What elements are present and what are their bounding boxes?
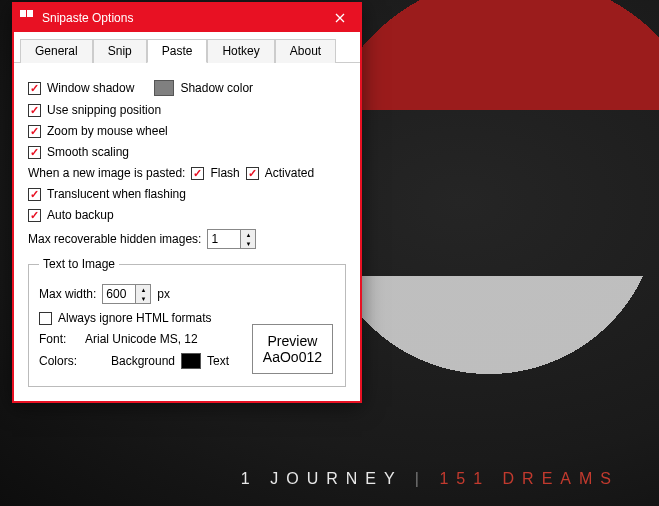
spin-up-icon[interactable]: ▲ [136,285,150,294]
legend-text-to-image: Text to Image [39,257,119,271]
checkbox-translucent[interactable] [28,188,41,201]
tagline-part1: 1 JOURNEY [241,470,403,487]
spin-down-icon[interactable]: ▼ [136,294,150,303]
label-zoom-mouse-wheel: Zoom by mouse wheel [47,124,168,138]
label-max-width: Max width: [39,287,96,301]
text-color-swatch[interactable] [181,353,201,369]
label-shadow-color: Shadow color [180,81,253,95]
max-recoverable-stepper[interactable]: ▲ ▼ [207,229,256,249]
max-width-stepper[interactable]: ▲ ▼ [102,284,151,304]
tab-snip[interactable]: Snip [93,39,147,63]
label-translucent: Translucent when flashing [47,187,186,201]
label-window-shadow: Window shadow [47,81,134,95]
checkbox-zoom-mouse-wheel[interactable] [28,125,41,138]
text-color-button[interactable]: Text [207,354,229,368]
font-value[interactable]: Arial Unicode MS, 12 [85,332,198,346]
label-when-pasted: When a new image is pasted: [28,166,185,180]
checkbox-auto-backup[interactable] [28,209,41,222]
checkbox-window-shadow[interactable] [28,82,41,95]
label-flash: Flash [210,166,239,180]
tab-general[interactable]: General [20,39,93,63]
label-activated: Activated [265,166,314,180]
checkbox-activated[interactable] [246,167,259,180]
wallpaper-art-bottom [329,180,649,420]
font-preview-box: Preview AaOo012 [252,324,333,374]
label-font: Font: [39,332,79,346]
tagline-sep: | [402,470,439,487]
preview-line2: AaOo012 [263,349,322,365]
max-width-input[interactable] [103,285,135,303]
options-window: Snipaste Options General Snip Paste Hotk… [12,2,362,403]
max-recoverable-input[interactable] [208,230,240,248]
shadow-color-swatch[interactable] [154,80,174,96]
checkbox-smooth-scaling[interactable] [28,146,41,159]
label-colors: Colors: [39,354,79,368]
tab-paste[interactable]: Paste [147,39,208,63]
label-px: px [157,287,170,301]
group-text-to-image: Text to Image Max width: ▲ ▼ px Always i… [28,257,346,387]
checkbox-ignore-html[interactable] [39,312,52,325]
titlebar[interactable]: Snipaste Options [14,4,360,32]
spin-up-icon[interactable]: ▲ [241,230,255,239]
tab-hotkey[interactable]: Hotkey [207,39,274,63]
label-ignore-html: Always ignore HTML formats [58,311,212,325]
label-use-snipping-position: Use snipping position [47,103,161,117]
tagline-part2: 151 DREAMS [439,470,619,487]
checkbox-use-snipping-position[interactable] [28,104,41,117]
label-auto-backup: Auto backup [47,208,114,222]
label-smooth-scaling: Smooth scaling [47,145,129,159]
tab-about[interactable]: About [275,39,336,63]
preview-line1: Preview [263,333,322,349]
wallpaper-tagline: 1 JOURNEY | 151 DREAMS [241,470,619,488]
background-color-button[interactable]: Background [111,354,175,368]
tab-panel-paste: Window shadow Shadow color Use snipping … [14,69,360,401]
label-max-recoverable: Max recoverable hidden images: [28,232,201,246]
window-title: Snipaste Options [42,11,320,25]
checkbox-flash[interactable] [191,167,204,180]
spin-down-icon[interactable]: ▼ [241,239,255,248]
app-icon [20,10,36,26]
close-button[interactable] [320,4,360,32]
close-icon [335,13,345,23]
tab-bar: General Snip Paste Hotkey About [14,32,360,63]
